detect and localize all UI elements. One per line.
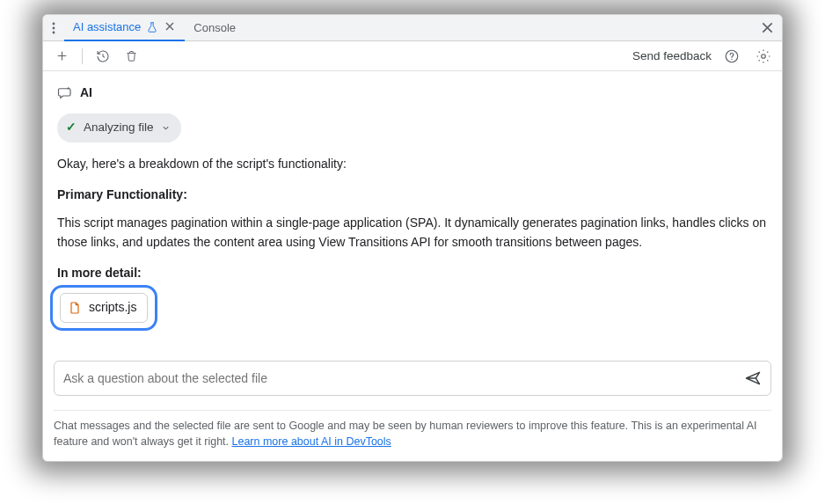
svg-point-4	[731, 58, 732, 59]
selected-file-chip[interactable]: scripts.js	[60, 293, 148, 323]
chevron-down-icon	[161, 123, 171, 133]
tab-label: Console	[193, 21, 236, 34]
close-icon	[762, 22, 773, 33]
settings-button[interactable]	[752, 45, 775, 68]
svg-point-1	[53, 26, 55, 29]
disclaimer-text: Chat messages and the selected file are …	[54, 420, 757, 449]
check-icon: ✓	[66, 119, 77, 137]
chat-input-row	[54, 361, 771, 396]
flask-icon	[146, 21, 158, 33]
section-heading: In more detail:	[57, 264, 768, 283]
send-feedback-link[interactable]: Send feedback	[632, 49, 712, 62]
help-button[interactable]	[720, 45, 743, 68]
tab-console[interactable]: Console	[185, 15, 245, 41]
intro-text: Okay, here's a breakdown of the script's…	[57, 155, 768, 174]
history-button[interactable]	[91, 45, 114, 68]
kebab-icon	[52, 22, 55, 34]
selected-file-highlight: scripts.js	[50, 285, 157, 331]
toolbar-left	[50, 45, 142, 68]
delete-button[interactable]	[120, 45, 142, 68]
body-text: This script manages pagination within a …	[57, 214, 768, 252]
chat-content: AI ✓ Analyzing file Okay, here's a break…	[43, 71, 782, 355]
status-pill[interactable]: ✓ Analyzing file	[57, 113, 181, 142]
svg-point-2	[53, 31, 55, 33]
help-icon	[724, 48, 740, 64]
tabs-left: AI assistance Console	[43, 15, 752, 41]
close-icon	[165, 22, 174, 31]
divider	[82, 48, 83, 64]
ai-title: AI	[80, 84, 92, 103]
plus-icon	[55, 49, 69, 62]
send-icon	[744, 369, 762, 387]
new-chat-button[interactable]	[50, 45, 73, 68]
trash-icon	[125, 49, 138, 62]
tabs-bar: AI assistance Console	[43, 15, 782, 41]
svg-point-0	[53, 22, 55, 25]
toolbar-right: Send feedback	[632, 45, 775, 68]
history-icon	[96, 49, 110, 63]
gear-icon	[756, 48, 771, 64]
toolbar: Send feedback	[43, 41, 782, 71]
chat-sparkle-icon	[57, 85, 73, 101]
tab-label: AI assistance	[73, 20, 141, 33]
more-tabs-button[interactable]	[43, 15, 64, 41]
close-panel-button[interactable]	[752, 15, 782, 41]
chat-input[interactable]	[63, 371, 744, 385]
send-button[interactable]	[744, 369, 762, 387]
file-name: scripts.js	[89, 298, 136, 318]
tab-ai-assistance[interactable]: AI assistance	[64, 15, 185, 41]
disclaimer-footer: Chat messages and the selected file are …	[43, 403, 782, 462]
ai-header: AI	[57, 84, 768, 103]
close-tab-button[interactable]	[164, 20, 176, 33]
devtools-panel: AI assistance Console	[42, 14, 783, 462]
svg-point-5	[762, 54, 766, 58]
file-icon	[68, 301, 82, 315]
status-text: Analyzing file	[84, 119, 154, 137]
section-heading: Primary Functionality:	[57, 186, 768, 205]
learn-more-link[interactable]: Learn more about AI in DevTools	[232, 435, 391, 448]
divider	[54, 410, 771, 411]
